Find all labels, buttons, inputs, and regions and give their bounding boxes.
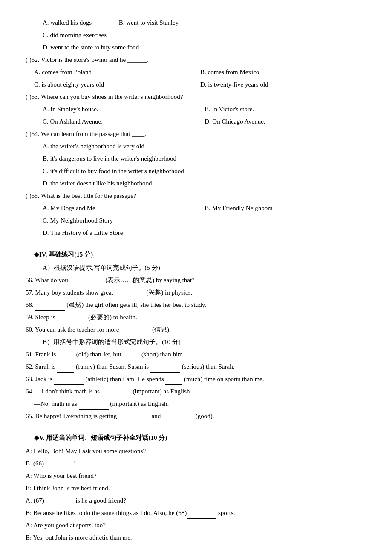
q60-blank bbox=[121, 329, 150, 335]
q54-option-d: D. the writer doesn't like his neighborh… bbox=[26, 178, 366, 189]
q54-option-b: B. it's dangerous to live in the writer'… bbox=[26, 153, 366, 165]
q52-question: ( )52. Victor is the store's owner and h… bbox=[26, 54, 366, 66]
q63-blank1 bbox=[54, 378, 84, 385]
q54-option-c: C. it's difficult to buy food in the wri… bbox=[26, 165, 366, 177]
q56: 56. What do you (表示……的意思) by saying that… bbox=[26, 275, 366, 286]
q55-option-c: C. My Neighborhood Story bbox=[26, 215, 366, 226]
q65: 65. Be happy! Everything is getting and … bbox=[26, 410, 366, 422]
q55-question: ( )55. What is the best title for the pa… bbox=[26, 190, 366, 202]
q55-option-d: D. The History of a Little Store bbox=[26, 227, 366, 239]
q51-option-d: D. went to the store to buy some food bbox=[26, 42, 366, 53]
q64-line2: —No, math is as (important) as English. bbox=[26, 398, 366, 410]
q61-blank1 bbox=[58, 353, 75, 360]
blank-67 bbox=[44, 500, 74, 506]
q53-options-ab: A. In Stanley's house. B. In Victor's st… bbox=[26, 104, 366, 115]
blank-66 bbox=[44, 462, 74, 469]
q64-blank2 bbox=[79, 403, 109, 410]
dialog-line-2: B: (66)! bbox=[26, 458, 366, 469]
q64-blank1 bbox=[101, 390, 131, 397]
dialog-line-5: A: (67) is he a good friend? bbox=[26, 495, 366, 506]
q58-blank bbox=[35, 304, 65, 311]
q55-options-ab: A. My Dogs and Me B. My Friendly Neighbo… bbox=[26, 202, 366, 214]
q56-blank bbox=[69, 279, 104, 286]
q63: 63. Jack is (athletic) than I am. He spe… bbox=[26, 373, 366, 385]
q63-blank2 bbox=[165, 378, 182, 385]
q57-blank bbox=[115, 292, 145, 298]
q53-question: ( )53. Where can you buy shoes in the wr… bbox=[26, 91, 366, 103]
dialog: A: Hello, Bob! May I ask you some questi… bbox=[26, 445, 366, 543]
q52-options: A. comes from Poland B. comes from Mexic… bbox=[26, 66, 366, 78]
section4a-header: A）根据汉语提示,写单词完成句子。(5 分) bbox=[26, 262, 366, 274]
section4b-header: B）用括号中形容词的适当形式完成句子。(10 分) bbox=[26, 336, 366, 348]
exam-content: A. walked his dogs B. went to visit Stan… bbox=[26, 17, 366, 543]
dialog-line-4: B: I think John is my best friend. bbox=[26, 483, 366, 494]
q52-options-cd: C. is about eighty years old D. is twent… bbox=[26, 79, 366, 90]
q61: 61. Frank is (old) than Jet, but (short)… bbox=[26, 349, 366, 360]
q62: 62. Sarah is (funny) than Susan. Susan i… bbox=[26, 361, 366, 373]
section4-header: ◆IV. 基础练习(15 分) bbox=[26, 249, 366, 260]
q62-blank2 bbox=[150, 366, 180, 373]
dialog-line-7: A: Are you good at sports, too? bbox=[26, 520, 366, 531]
dialog-line-3: A: Who is your best friend? bbox=[26, 470, 366, 482]
q59-blank bbox=[57, 316, 86, 323]
dialog-line-1: A: Hello, Bob! May I ask you some questi… bbox=[26, 445, 366, 457]
q54-option-a: A. the writer's neighborhood is very old bbox=[26, 141, 366, 152]
blank-68 bbox=[187, 512, 216, 519]
dialog-line-8: B: Yes, but John is more athletic than m… bbox=[26, 532, 366, 543]
q60: 60. You can ask the teacher for more (信息… bbox=[26, 324, 366, 335]
q65-blank2 bbox=[164, 415, 194, 422]
q57: 57. Many boy students show great (兴趣) in… bbox=[26, 287, 366, 298]
q54-question: ( )54. We can learn from the passage tha… bbox=[26, 128, 366, 140]
q51-option-a: A. walked his dogs B. went to visit Stan… bbox=[26, 17, 366, 29]
q65-blank1 bbox=[118, 415, 148, 422]
q59: 59. Sleep is (必要的) to health. bbox=[26, 312, 366, 323]
q51-option-c: C. did morning exercises bbox=[26, 29, 366, 41]
q53-options-cd: C. On Ashland Avenue. D. On Chicago Aven… bbox=[26, 116, 366, 127]
q58: 58. (虽然) the girl often gets ill, she tr… bbox=[26, 299, 366, 311]
q64-line1: 64. —I don't think math is as (important… bbox=[26, 386, 366, 397]
section5-header: ◆V. 用适当的单词、短语或句子补全对话(10 分) bbox=[26, 432, 366, 444]
q62-blank1 bbox=[57, 366, 74, 373]
dialog-line-6: B: Because he likes to do the same thing… bbox=[26, 507, 366, 519]
q61-blank2 bbox=[123, 353, 140, 360]
